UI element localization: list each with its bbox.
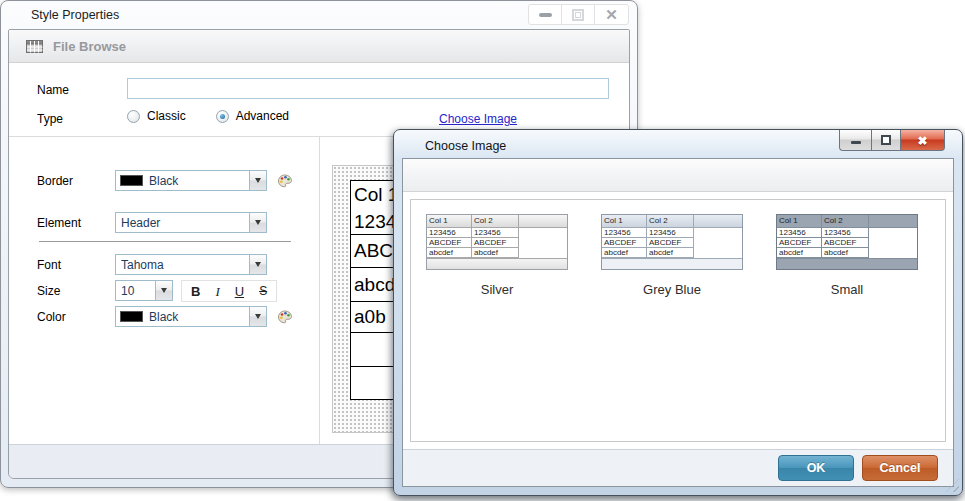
- style-option-grey-blue[interactable]: Col 1 Col 2 123456 123456 ABCDEF: [601, 214, 743, 297]
- radio-classic[interactable]: Classic: [127, 109, 186, 123]
- style-option-silver[interactable]: Col 1 Col 2 123456 123456 ABCDEF: [426, 214, 568, 297]
- table-icon: [26, 40, 43, 53]
- underline-button[interactable]: U: [235, 285, 244, 298]
- choose-image-link[interactable]: Choose Image: [439, 112, 517, 126]
- element-label: Element: [37, 216, 81, 230]
- thumb-header-cell: [869, 215, 917, 227]
- border-dropdown-button[interactable]: [249, 171, 266, 190]
- border-color-swatch: [120, 175, 143, 186]
- thumb-cell: 123456: [472, 228, 519, 238]
- maximize-button[interactable]: [871, 130, 901, 151]
- cancel-button[interactable]: Cancel: [862, 455, 938, 481]
- bold-button[interactable]: B: [191, 285, 200, 298]
- thumb-header-cell: [519, 215, 567, 227]
- color-label: Color: [37, 310, 66, 324]
- thumb-cell: ABCDEF: [602, 238, 647, 248]
- border-color-select[interactable]: Black: [115, 170, 267, 191]
- radio-classic-label: Classic: [147, 109, 186, 123]
- radio-circle-icon: [127, 110, 140, 123]
- thumb-cell: [869, 248, 917, 258]
- format-toolbar: B I U S: [181, 280, 277, 302]
- style-name: Grey Blue: [601, 282, 743, 297]
- thumb-cell: abcdef: [777, 248, 822, 258]
- type-radio-group: Classic Advanced: [127, 109, 289, 123]
- thumb-cell: abcdef: [427, 248, 472, 258]
- border-palette-button[interactable]: [275, 171, 295, 191]
- dialog-content: Col 1 Col 2 123456 123456 ABCDEF: [402, 158, 954, 487]
- thumb-footer: [602, 258, 742, 269]
- text-color-swatch: [120, 311, 143, 322]
- chevron-down-icon: [161, 288, 167, 293]
- element-select[interactable]: Header: [115, 212, 267, 233]
- font-value: Tahoma: [116, 258, 249, 272]
- style-option-small[interactable]: Col 1 Col 2 123456 123456 ABCDEF: [776, 214, 918, 297]
- border-color-value: Black: [143, 174, 249, 188]
- dialog-body: Col 1 Col 2 123456 123456 ABCDEF: [403, 192, 953, 449]
- section-header: File Browse: [9, 30, 629, 63]
- thumb-cell: abcdef: [822, 248, 869, 258]
- style-thumbnail: Col 1 Col 2 123456 123456 ABCDEF: [426, 214, 568, 270]
- thumb-cell: [694, 228, 742, 238]
- border-label: Border: [37, 174, 73, 188]
- close-icon: [605, 6, 618, 24]
- type-label: Type: [37, 112, 63, 126]
- minimize-icon: [851, 141, 861, 144]
- chevron-down-icon: [255, 314, 261, 319]
- close-button[interactable]: [595, 5, 628, 24]
- font-select[interactable]: Tahoma: [115, 254, 267, 275]
- minimize-button[interactable]: [529, 5, 562, 24]
- thumb-cell: abcdef: [472, 248, 519, 258]
- thumb-cell: ABCDEF: [777, 238, 822, 248]
- thumb-cell: abcdef: [602, 248, 647, 258]
- thumb-footer: [777, 258, 917, 269]
- strikethrough-button[interactable]: S: [259, 285, 267, 297]
- palette-icon: [277, 309, 293, 325]
- thumb-cell: 123456: [777, 228, 822, 238]
- thumb-cell: [519, 238, 567, 248]
- size-select[interactable]: 10: [115, 280, 173, 301]
- color-dropdown-button[interactable]: [249, 307, 266, 326]
- chevron-down-icon: [255, 220, 261, 225]
- dialog-footer: OK Cancel: [403, 449, 953, 486]
- thumb-header-cell: [694, 215, 742, 227]
- thumb-header-cell: Col 1: [602, 215, 647, 227]
- window-caption-buttons: [528, 4, 629, 25]
- element-value: Header: [116, 216, 249, 230]
- text-color-select[interactable]: Black: [115, 306, 267, 327]
- dialog-title: Choose Image: [425, 139, 506, 153]
- name-input[interactable]: [127, 78, 609, 99]
- thumb-cell: [869, 228, 917, 238]
- size-label: Size: [37, 284, 60, 298]
- thumb-header-cell: Col 2: [647, 215, 694, 227]
- italic-button[interactable]: I: [215, 285, 219, 298]
- chevron-down-icon: [255, 262, 261, 267]
- thumb-cell: ABCDEF: [472, 238, 519, 248]
- minimize-icon: [539, 13, 552, 17]
- style-name: Small: [776, 282, 918, 297]
- window-title: Style Properties: [31, 8, 119, 22]
- thumb-cell: 123456: [427, 228, 472, 238]
- element-dropdown-button[interactable]: [249, 213, 266, 232]
- size-value: 10: [116, 284, 155, 298]
- thumb-cell: [869, 238, 917, 248]
- thumb-header-cell: Col 1: [427, 215, 472, 227]
- radio-advanced-label: Advanced: [236, 109, 289, 123]
- font-dropdown-button[interactable]: [249, 255, 266, 274]
- color-palette-button[interactable]: [275, 307, 295, 327]
- style-name: Silver: [426, 282, 568, 297]
- radio-advanced[interactable]: Advanced: [216, 109, 289, 123]
- size-dropdown-button[interactable]: [155, 281, 172, 300]
- style-gallery: Col 1 Col 2 123456 123456 ABCDEF: [410, 199, 946, 442]
- close-button[interactable]: [901, 130, 945, 151]
- style-thumbnail: Col 1 Col 2 123456 123456 ABCDEF: [601, 214, 743, 270]
- thumb-footer: [427, 258, 567, 269]
- maximize-button[interactable]: [562, 5, 595, 24]
- name-label: Name: [37, 83, 69, 97]
- thumb-cell: [694, 248, 742, 258]
- thumb-cell: 123456: [647, 228, 694, 238]
- screen: Style Properties File Browse Name: [0, 0, 965, 501]
- ok-button[interactable]: OK: [778, 455, 854, 481]
- radio-circle-icon: [216, 110, 229, 123]
- dialog-caption-buttons: [839, 130, 945, 151]
- minimize-button[interactable]: [839, 130, 871, 151]
